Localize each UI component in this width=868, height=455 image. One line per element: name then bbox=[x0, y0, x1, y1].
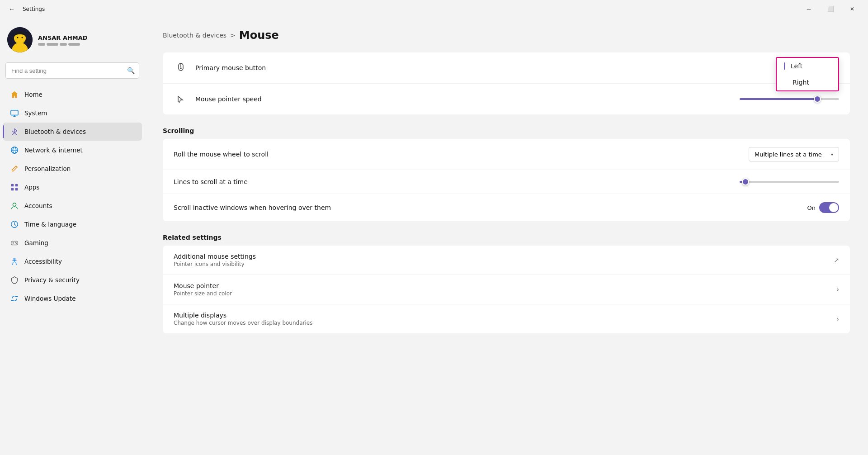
main-content: Bluetooth & devices > Mouse Primary mous… bbox=[145, 18, 868, 455]
breadcrumb: Bluetooth & devices > Mouse bbox=[163, 29, 850, 42]
svg-point-26 bbox=[16, 243, 17, 243]
user-name: ANSAR AHMAD bbox=[38, 34, 88, 41]
inactive-scroll-state: On bbox=[807, 204, 816, 211]
sidebar-item-time[interactable]: Time & language bbox=[3, 215, 142, 233]
search-icon: 🔍 bbox=[127, 67, 135, 74]
scrolling-section-header: Scrolling bbox=[163, 118, 850, 139]
svg-line-20 bbox=[14, 224, 16, 226]
svg-point-31 bbox=[180, 68, 181, 69]
related-row-title-1: Mouse pointer bbox=[174, 282, 836, 289]
sidebar-item-label-apps: Apps bbox=[24, 184, 39, 191]
sidebar-item-system[interactable]: System bbox=[3, 104, 142, 122]
network-nav-icon bbox=[10, 146, 19, 155]
svg-rect-15 bbox=[11, 188, 14, 190]
titlebar-controls: ─ ⬜ ✕ bbox=[798, 2, 863, 16]
avatar-image bbox=[7, 27, 33, 52]
sidebar-item-personalization[interactable]: Personalization bbox=[3, 160, 142, 178]
user-bar-3 bbox=[60, 43, 67, 46]
close-button[interactable]: ✕ bbox=[842, 2, 863, 16]
lines-scroll-slider[interactable] bbox=[740, 181, 839, 183]
svg-point-27 bbox=[14, 258, 15, 260]
privacy-nav-icon bbox=[10, 275, 19, 284]
pointer-speed-control bbox=[740, 98, 839, 100]
pointer-speed-thumb[interactable] bbox=[814, 95, 821, 103]
svg-point-4 bbox=[22, 37, 23, 38]
sidebar: ANSAR AHMAD 🔍 Home System Bluetooth & de… bbox=[0, 18, 145, 455]
sidebar-item-label-update: Windows Update bbox=[24, 295, 75, 302]
accessibility-nav-icon bbox=[10, 257, 19, 266]
svg-point-3 bbox=[17, 37, 19, 38]
svg-rect-14 bbox=[15, 184, 18, 186]
mouse-button-icon bbox=[174, 61, 188, 75]
inactive-scroll-toggle[interactable] bbox=[819, 202, 839, 213]
related-row-title-2: Multiple displays bbox=[174, 312, 836, 319]
sidebar-item-label-accounts: Accounts bbox=[24, 202, 52, 209]
breadcrumb-parent[interactable]: Bluetooth & devices bbox=[163, 32, 226, 39]
sidebar-item-accessibility[interactable]: Accessibility bbox=[3, 252, 142, 270]
sidebar-item-privacy[interactable]: Privacy & security bbox=[3, 271, 142, 289]
maximize-button[interactable]: ⬜ bbox=[820, 2, 841, 16]
lines-scroll-thumb[interactable] bbox=[742, 178, 749, 185]
update-nav-icon bbox=[10, 294, 19, 303]
inactive-scroll-control: On bbox=[807, 202, 839, 213]
sidebar-item-accounts[interactable]: Accounts bbox=[3, 197, 142, 215]
dropdown-option-right[interactable]: Right bbox=[777, 74, 838, 90]
lines-scroll-row: Lines to scroll at a time bbox=[163, 170, 850, 194]
search-input[interactable] bbox=[5, 62, 139, 79]
related-settings-row-2[interactable]: Multiple displays Change how cursor move… bbox=[163, 304, 850, 333]
primary-mouse-card: Primary mouse button Left Right bbox=[163, 52, 850, 114]
related-row-arrow-2: › bbox=[836, 315, 839, 322]
bluetooth-nav-icon bbox=[10, 127, 19, 136]
svg-line-9 bbox=[12, 133, 14, 135]
related-row-arrow-1: › bbox=[836, 286, 839, 293]
related-row-subtitle-1: Pointer size and color bbox=[174, 290, 836, 297]
roll-scroll-label: Roll the mouse wheel to scroll bbox=[174, 151, 749, 158]
breadcrumb-current: Mouse bbox=[239, 29, 279, 42]
pointer-speed-slider[interactable] bbox=[740, 98, 839, 100]
related-row-title-0: Additional mouse settings bbox=[174, 253, 834, 260]
sidebar-item-label-gaming: Gaming bbox=[24, 239, 48, 246]
sidebar-item-bluetooth[interactable]: Bluetooth & devices bbox=[3, 123, 142, 141]
svg-point-25 bbox=[15, 242, 16, 242]
svg-point-17 bbox=[13, 203, 16, 206]
related-settings-row-1[interactable]: Mouse pointer Pointer size and color › bbox=[163, 275, 850, 304]
personalization-nav-icon bbox=[10, 164, 19, 173]
gaming-nav-icon bbox=[10, 238, 19, 247]
minimize-button[interactable]: ─ bbox=[798, 2, 819, 16]
roll-scroll-value: Multiple lines at a time bbox=[755, 151, 822, 158]
sidebar-item-apps[interactable]: Apps bbox=[3, 178, 142, 196]
user-bar-2 bbox=[47, 43, 58, 46]
related-row-text-1: Mouse pointer Pointer size and color bbox=[174, 282, 836, 297]
sidebar-item-home[interactable]: Home bbox=[3, 85, 142, 104]
roll-scroll-control[interactable]: Multiple lines at a time ▾ bbox=[749, 147, 839, 161]
scroll-dropdown-arrow: ▾ bbox=[831, 152, 833, 157]
related-settings-header: Related settings bbox=[163, 225, 850, 246]
pointer-speed-label: Mouse pointer speed bbox=[195, 95, 740, 103]
user-profile: ANSAR AHMAD bbox=[0, 23, 145, 60]
svg-rect-16 bbox=[15, 188, 18, 190]
lines-scroll-control bbox=[740, 181, 839, 183]
titlebar-left: ← Settings bbox=[5, 3, 45, 15]
sidebar-item-network[interactable]: Network & internet bbox=[3, 141, 142, 159]
dropdown-option-left[interactable]: Left bbox=[777, 58, 838, 74]
related-row-subtitle-0: Pointer icons and visibility bbox=[174, 261, 834, 267]
related-settings-row-0[interactable]: Additional mouse settings Pointer icons … bbox=[163, 246, 850, 275]
breadcrumb-separator: > bbox=[230, 32, 236, 39]
search-box: 🔍 bbox=[5, 62, 139, 79]
roll-scroll-dropdown[interactable]: Multiple lines at a time ▾ bbox=[749, 147, 839, 161]
back-button[interactable]: ← bbox=[5, 3, 18, 15]
svg-rect-5 bbox=[11, 110, 18, 115]
scrolling-card: Roll the mouse wheel to scroll Multiple … bbox=[163, 139, 850, 221]
time-nav-icon bbox=[10, 220, 19, 229]
sidebar-item-label-system: System bbox=[24, 109, 47, 117]
sidebar-item-label-bluetooth: Bluetooth & devices bbox=[24, 128, 86, 135]
related-row-subtitle-2: Change how cursor moves over display bou… bbox=[174, 320, 836, 326]
svg-line-8 bbox=[12, 131, 14, 133]
user-bars bbox=[38, 43, 88, 46]
sidebar-item-update[interactable]: Windows Update bbox=[3, 289, 142, 308]
primary-mouse-dropdown-popup[interactable]: Left Right bbox=[776, 57, 839, 91]
avatar bbox=[7, 27, 33, 52]
apps-nav-icon bbox=[10, 183, 19, 192]
related-row-text-0: Additional mouse settings Pointer icons … bbox=[174, 253, 834, 267]
sidebar-item-gaming[interactable]: Gaming bbox=[3, 234, 142, 252]
